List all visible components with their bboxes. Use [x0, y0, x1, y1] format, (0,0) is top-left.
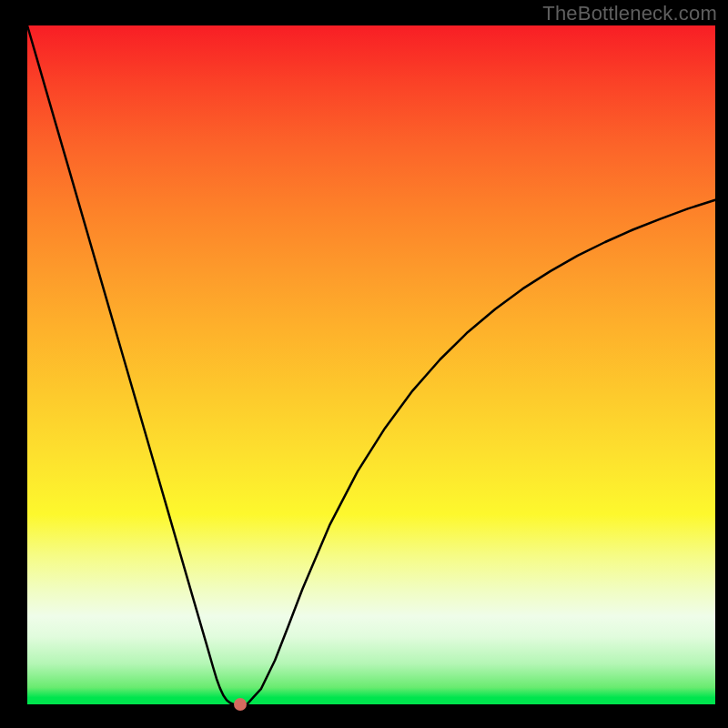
watermark-text: TheBottleneck.com — [542, 2, 717, 25]
minimum-marker — [234, 698, 247, 711]
chart-frame: TheBottleneck.com — [0, 0, 728, 728]
curve-line — [27, 25, 715, 704]
bottleneck-curve — [0, 0, 728, 728]
